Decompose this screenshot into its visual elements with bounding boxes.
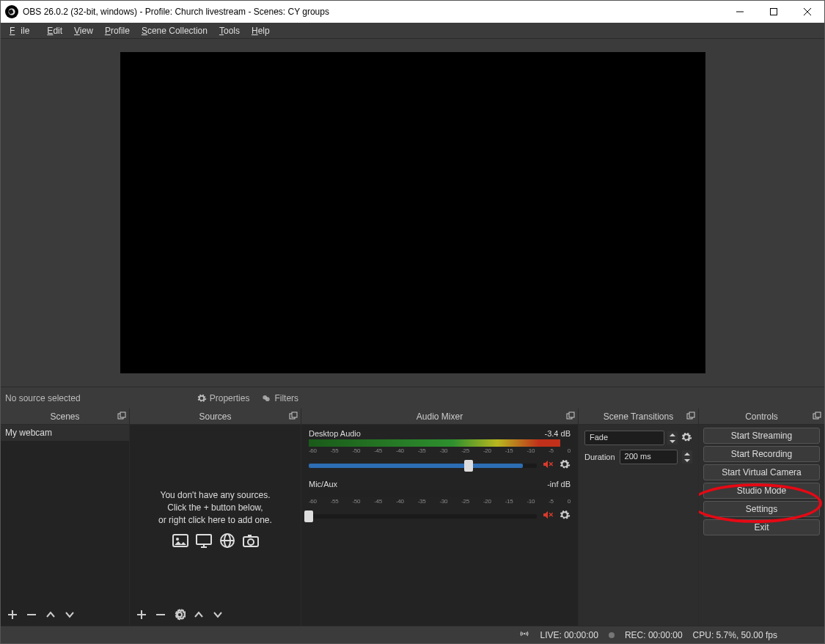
popout-icon[interactable]: [117, 411, 126, 422]
gear-icon[interactable]: [681, 431, 692, 445]
status-live: LIVE: 00:00:00: [540, 630, 598, 640]
popout-icon[interactable]: [566, 411, 575, 422]
app-window: OBS 26.0.2 (32-bit, windows) - Profile: …: [0, 0, 825, 644]
scenes-title: Scenes: [1, 409, 129, 425]
image-icon: [170, 532, 191, 549]
remove-icon[interactable]: [155, 609, 166, 621]
channel-db: -3.4 dB: [545, 429, 571, 438]
menu-tools[interactable]: Tools: [213, 24, 246, 37]
transitions-title: Scene Transitions: [579, 409, 698, 425]
channel-name: Desktop Audio: [309, 429, 361, 438]
source-toolbar: No source selected Properties Filters: [1, 387, 824, 409]
popout-icon[interactable]: [289, 411, 298, 422]
svg-rect-13: [292, 412, 297, 417]
scenes-list-buttons: [1, 604, 81, 626]
menu-help[interactable]: Help: [246, 24, 276, 37]
svg-rect-41: [815, 412, 821, 417]
settings-button[interactable]: Settings: [703, 501, 820, 517]
svg-marker-38: [684, 453, 690, 455]
move-down-icon[interactable]: [212, 609, 224, 621]
audio-meter: [309, 490, 571, 497]
filters-icon: [261, 393, 271, 403]
controls-dock: Controls Start Streaming Start Recording…: [699, 409, 824, 626]
audio-mixer-dock: Audio Mixer Desktop Audio -3.4 dB -60-55…: [301, 409, 579, 626]
mixer-title: Audio Mixer: [301, 409, 578, 425]
menu-scene-collection[interactable]: Scene Collection: [136, 24, 213, 37]
channel-name: Mic/Aux: [309, 480, 337, 489]
move-up-icon[interactable]: [45, 609, 56, 621]
remove-icon[interactable]: [26, 609, 37, 621]
titlebar[interactable]: OBS 26.0.2 (32-bit, windows) - Profile: …: [1, 1, 824, 23]
menu-view[interactable]: View: [68, 24, 99, 37]
gear-icon[interactable]: [174, 609, 186, 621]
menu-edit[interactable]: Edit: [41, 24, 68, 37]
svg-point-23: [248, 539, 254, 545]
mixer-channel: Desktop Audio -3.4 dB -60-55-50-45-40-35…: [301, 425, 578, 475]
close-button[interactable]: [791, 1, 824, 23]
scene-item[interactable]: My webcam: [1, 425, 129, 441]
globe-icon: [217, 532, 238, 549]
duration-input[interactable]: 200 ms: [620, 450, 678, 464]
menu-file[interactable]: Filedocument.currentScript.previousSibli…: [4, 24, 41, 37]
monitor-icon: [194, 532, 214, 549]
svg-rect-35: [689, 412, 694, 417]
status-bar: LIVE: 00:00:00 REC: 00:00:00 CPU: 5.7%, …: [1, 626, 824, 643]
svg-marker-36: [670, 433, 675, 436]
svg-rect-24: [248, 535, 252, 537]
gear-icon[interactable]: [559, 458, 571, 472]
sources-empty-hint: You don't have any sources. Click the + …: [130, 489, 301, 549]
volume-slider[interactable]: [309, 464, 537, 468]
studio-mode-button[interactable]: Studio Mode: [703, 483, 820, 499]
no-source-label: No source selected: [5, 393, 81, 403]
controls-body: Start Streaming Start Recording Start Vi…: [699, 425, 824, 626]
sources-title: Sources: [130, 409, 301, 425]
preview-area: [1, 39, 824, 387]
add-icon[interactable]: [136, 609, 147, 621]
preview-canvas[interactable]: [120, 52, 705, 373]
meter-scale: -60-55-50-45-40-35-30-25-20-15-10-50: [309, 447, 571, 454]
popout-icon[interactable]: [686, 411, 695, 422]
start-virtual-camera-button[interactable]: Start Virtual Camera: [703, 464, 820, 480]
mixer-body: Desktop Audio -3.4 dB -60-55-50-45-40-35…: [301, 425, 578, 626]
maximize-button[interactable]: [757, 1, 791, 23]
scenes-dock: Scenes My webcam: [1, 409, 130, 626]
popout-icon[interactable]: [813, 411, 821, 422]
transition-select[interactable]: Fade: [584, 431, 664, 445]
mixer-channel: Mic/Aux -inf dB -60-55-50-45-40-35-30-25…: [301, 475, 578, 526]
filters-button[interactable]: Filters: [261, 393, 298, 403]
gear-icon[interactable]: [559, 509, 571, 523]
mute-icon[interactable]: [541, 509, 554, 523]
obs-app-icon: [5, 5, 18, 18]
transition-select-spin[interactable]: [667, 431, 678, 444]
menubar: Filedocument.currentScript.previousSibli…: [1, 23, 824, 39]
svg-rect-16: [197, 535, 211, 544]
gear-icon: [197, 393, 207, 403]
svg-point-15: [176, 538, 179, 541]
svg-marker-39: [684, 459, 690, 462]
audio-meter: [309, 439, 571, 447]
properties-button[interactable]: Properties: [197, 393, 250, 403]
duration-spin[interactable]: [682, 450, 692, 464]
broadcast-icon: [519, 629, 529, 641]
transitions-body: Fade Duration 200 ms: [579, 425, 698, 626]
svg-point-42: [524, 633, 525, 634]
move-up-icon[interactable]: [193, 609, 205, 621]
menu-profile[interactable]: Profile: [99, 24, 136, 37]
minimize-button[interactable]: [723, 1, 757, 23]
volume-slider[interactable]: [309, 514, 537, 519]
start-recording-button[interactable]: Start Recording: [703, 446, 820, 462]
start-streaming-button[interactable]: Start Streaming: [703, 428, 820, 444]
exit-button[interactable]: Exit: [703, 519, 820, 535]
status-cpu: CPU: 5.7%, 50.00 fps: [693, 630, 777, 640]
record-dot-icon: [609, 632, 615, 638]
transitions-dock: Scene Transitions Fade Duration 2: [579, 409, 699, 626]
sources-dock: Sources You don't have any sources. Clic…: [130, 409, 301, 626]
svg-rect-29: [569, 412, 574, 417]
add-icon[interactable]: [7, 609, 18, 621]
scenes-list[interactable]: My webcam: [1, 425, 129, 626]
move-down-icon[interactable]: [64, 609, 76, 621]
sources-list[interactable]: You don't have any sources. Click the + …: [130, 425, 301, 626]
mute-icon[interactable]: [541, 458, 554, 472]
docks-row: Scenes My webcam Sources: [1, 409, 824, 626]
svg-rect-8: [120, 412, 125, 417]
